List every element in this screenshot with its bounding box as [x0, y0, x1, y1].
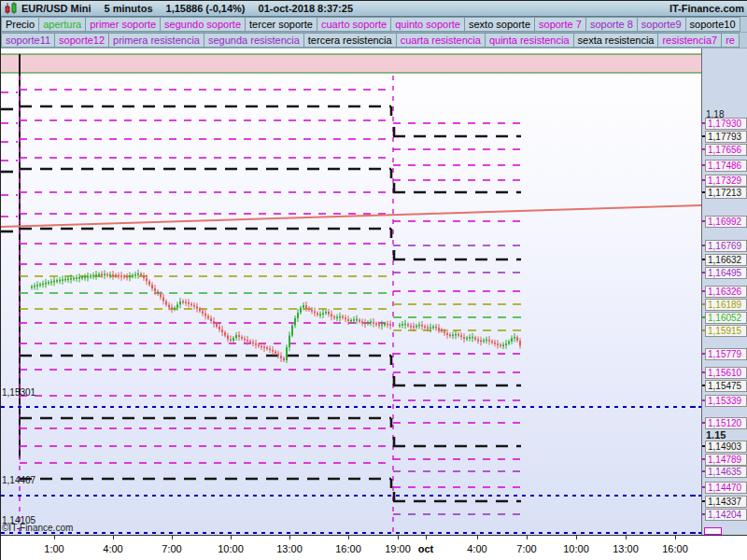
candle [333, 316, 335, 318]
candle [300, 308, 302, 313]
candle [494, 343, 496, 344]
candle [319, 314, 321, 315]
candle [64, 279, 66, 281]
candle [275, 352, 276, 354]
legend-button-segundo-soporte[interactable]: segundo soporte [160, 17, 245, 32]
legend-button-quinta-resistencia[interactable]: quinta resistencia [485, 33, 573, 48]
candle [373, 322, 374, 324]
candle [174, 308, 176, 310]
candle [477, 340, 479, 342]
time-tick [231, 536, 232, 539]
candle [387, 324, 388, 326]
legend-button-primera-resistencia[interactable]: primera resistencia [108, 33, 204, 48]
price-level-label: 1,15339 [705, 395, 747, 407]
candle [129, 276, 131, 278]
price-level-label: 1,15475 [705, 380, 747, 392]
legend-button-sexta-resistencia[interactable]: sexta resistencia [573, 33, 658, 48]
time-tick [426, 536, 427, 539]
candle [410, 326, 412, 328]
legend-button-apertura[interactable]: apertura [38, 17, 85, 32]
legend-button-tercer-soporte[interactable]: tercer soporte [245, 17, 317, 32]
candle [413, 327, 415, 329]
chart-canvas[interactable] [1, 49, 701, 535]
candle [474, 338, 476, 340]
candle [134, 274, 136, 276]
candle [261, 346, 262, 348]
candle [449, 334, 451, 336]
candle [491, 341, 493, 343]
candle [258, 344, 260, 346]
candle [266, 347, 268, 349]
legend-button-Precio[interactable]: Precio [1, 17, 38, 32]
legend-button-segunda-resistencia[interactable]: segunda resistencia [204, 33, 303, 48]
candle [289, 335, 290, 347]
price-level-label: 1,17486 [705, 160, 747, 172]
candle [213, 321, 215, 324]
left-price-annotation: 1,14467 [2, 475, 35, 485]
candle [427, 328, 429, 329]
legend-button-sexto-soporte[interactable]: sexto soporte [464, 17, 534, 32]
trading-chart-window: EUR/USD Mini 5 minutos 1,15886 (-0,14%) … [0, 0, 747, 560]
legend-button-re[interactable]: re [721, 33, 740, 48]
candle [308, 308, 310, 310]
time-tick [54, 536, 55, 539]
time-label: 1:00 [44, 543, 63, 554]
candle [311, 310, 313, 312]
candle [101, 273, 103, 275]
candle [98, 274, 100, 276]
candle [277, 354, 279, 357]
legend-button-soporte-7[interactable]: soporte 7 [534, 17, 585, 32]
candle [421, 325, 423, 327]
candle [176, 304, 178, 307]
legend-button-soporte12[interactable]: soporte12 [54, 33, 108, 48]
candle [508, 342, 510, 343]
legend-button-tercera-resistencia[interactable]: tercera resistencia [303, 33, 396, 48]
candle [359, 320, 360, 322]
legend-button-soporte11[interactable]: soporte11 [1, 33, 54, 48]
legend-row-1: Precioaperturaprimer soportesegundo sopo… [1, 17, 747, 33]
legend-button-soporte10[interactable]: soporte10 [685, 17, 740, 32]
price-level-label: 1,14204 [705, 509, 747, 521]
watermark: ©IT-Finance.com [2, 523, 73, 533]
time-label: 19:00 [385, 543, 411, 554]
candle [154, 288, 156, 291]
candle [314, 312, 316, 314]
candle [179, 301, 181, 304]
legend-button-cuarta-resistencia[interactable]: cuarta resistencia [396, 33, 485, 48]
legend-button-resistencia7[interactable]: resistencia7 [657, 33, 721, 48]
candle [500, 344, 501, 346]
time-label: 16:00 [662, 543, 688, 554]
candle [143, 275, 145, 278]
candle [106, 274, 108, 276]
candle [123, 276, 125, 278]
candle [45, 283, 47, 285]
candle [146, 278, 148, 281]
time-axis[interactable]: 1:004:007:0010:0013:0016:0019:00oct4:007… [1, 535, 747, 560]
legend-button-cuarto-soporte[interactable]: cuarto soporte [317, 17, 390, 32]
legend-button-primer-soporte[interactable]: primer soporte [85, 17, 160, 32]
legend-button-quinto-soporte[interactable]: quinto soporte [390, 17, 464, 32]
candle [157, 291, 159, 294]
candle [56, 280, 58, 282]
candle [430, 328, 431, 329]
candle [384, 324, 386, 326]
price-level-label: 1,16495 [705, 267, 747, 279]
candle [252, 343, 254, 344]
candle [339, 316, 341, 318]
legend-button-soporte9[interactable]: soporte9 [637, 17, 685, 32]
legend-button-soporte-8[interactable]: soporte 8 [585, 17, 637, 32]
left-price-annotation: 1,15301 [2, 387, 35, 398]
price-level-label: 1,15610 [705, 367, 747, 379]
price-level-label: 1,17930 [705, 118, 747, 130]
candle [73, 278, 75, 280]
candle [193, 305, 195, 307]
time-tick [113, 536, 114, 539]
candle [511, 338, 513, 342]
price-level-label: 1,16769 [705, 240, 747, 252]
candle [221, 329, 223, 332]
time-label: 13:00 [613, 543, 639, 554]
price-level-label: 1,14789 [705, 454, 747, 466]
candle [120, 275, 122, 277]
candle [62, 279, 63, 281]
price-axis[interactable]: 1.181,179301,177931,176561,174861,173291… [701, 49, 747, 535]
